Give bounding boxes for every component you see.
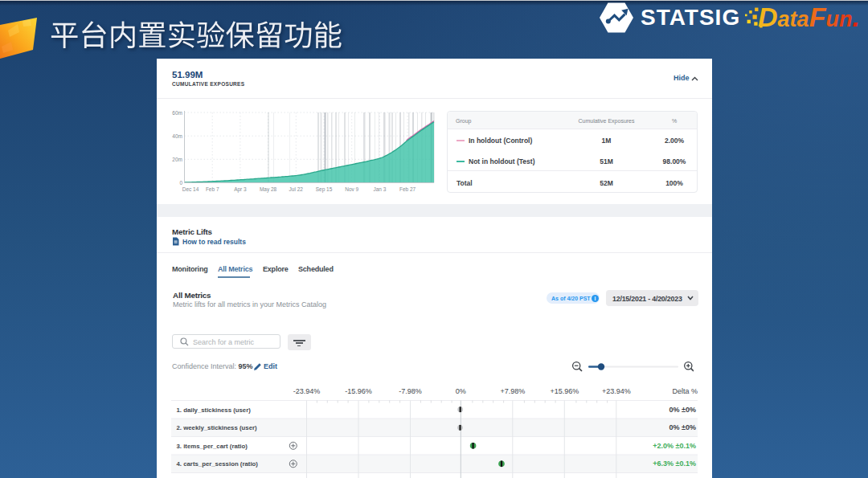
svg-text:+6.3% ±0.1%: +6.3% ±0.1% [653, 460, 696, 468]
svg-text:40m: 40m [172, 133, 182, 139]
svg-text:-23.94%: -23.94% [293, 387, 321, 395]
svg-text:Apr 3: Apr 3 [234, 186, 247, 193]
svg-text:Dec 14: Dec 14 [182, 186, 199, 192]
svg-text:+23.94%: +23.94% [602, 387, 631, 395]
svg-text:20m: 20m [172, 157, 182, 162]
svg-text:+15.96%: +15.96% [550, 387, 579, 395]
svg-text:May 28: May 28 [260, 186, 277, 193]
svg-text:Jul 22: Jul 22 [289, 186, 304, 192]
svg-text:+2.0% ±0.1%: +2.0% ±0.1% [653, 442, 696, 450]
svg-text:0: 0 [179, 180, 182, 186]
svg-text:Jan 3: Jan 3 [373, 186, 386, 192]
svg-text:+7.98%: +7.98% [500, 387, 525, 395]
svg-text:-7.98%: -7.98% [399, 387, 422, 395]
svg-text:Delta %: Delta % [672, 387, 698, 395]
svg-text:-15.96%: -15.96% [345, 387, 372, 395]
svg-text:3. items_per_cart (ratio): 3. items_per_cart (ratio) [177, 443, 248, 450]
svg-text:Nov 9: Nov 9 [345, 186, 358, 192]
svg-text:4. carts_per_session (ratio): 4. carts_per_session (ratio) [177, 460, 259, 468]
svg-text:2. weekly_stickiness (user): 2. weekly_stickiness (user) [177, 424, 258, 431]
svg-text:0%: 0% [456, 387, 466, 395]
svg-text:0% ±0%: 0% ±0% [669, 406, 696, 414]
svg-text:1. daily_stickiness (user): 1. daily_stickiness (user) [177, 407, 252, 414]
svg-text:60m: 60m [172, 110, 182, 116]
svg-text:Sep 15: Sep 15 [316, 186, 333, 193]
svg-text:0% ±0%: 0% ±0% [669, 423, 696, 431]
svg-text:Feb 27: Feb 27 [399, 186, 416, 192]
svg-text:Feb 7: Feb 7 [206, 186, 219, 192]
